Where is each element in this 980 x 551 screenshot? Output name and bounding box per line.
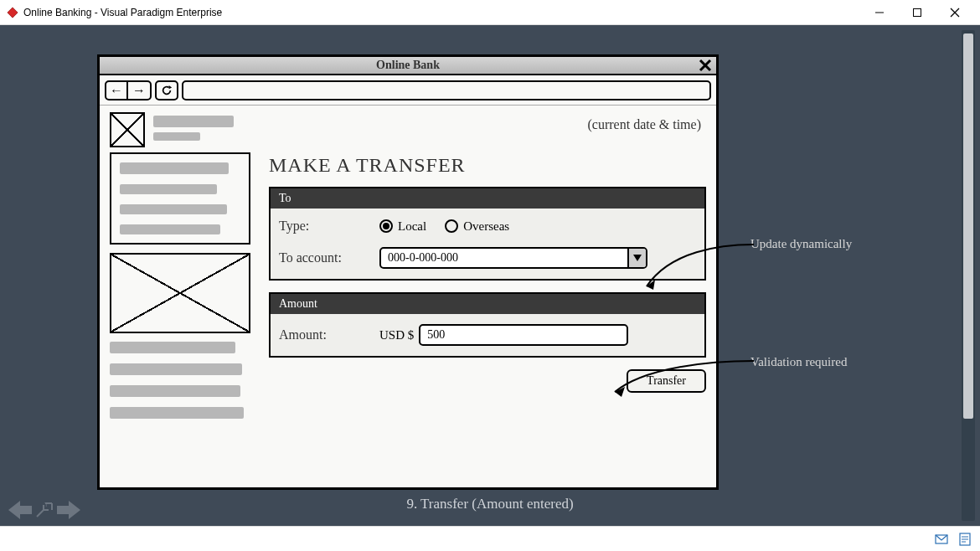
nav-forward-button[interactable]: →: [128, 82, 150, 99]
radio-overseas[interactable]: Overseas: [445, 219, 509, 234]
amount-input[interactable]: 500: [419, 324, 628, 346]
type-label: Type:: [279, 219, 379, 234]
sidebar-menu: [110, 152, 250, 245]
sidebar-image-placeholder: [110, 253, 250, 333]
svg-marker-0: [8, 7, 18, 17]
dropdown-arrow-icon: [627, 249, 646, 267]
radio-local-label: Local: [398, 219, 426, 234]
sidebar-item[interactable]: [120, 224, 220, 234]
app-icon: [7, 7, 18, 18]
sidebar-text-line: [110, 407, 244, 419]
amount-label: Amount:: [279, 327, 379, 342]
wireframe-browser-window: Online Bank ← → (current date & time): [97, 54, 719, 490]
avatar-placeholder: [110, 112, 145, 147]
wireframe-close-icon[interactable]: [696, 57, 714, 74]
nav-back-forward: ← →: [105, 80, 152, 100]
annotation-validation: Validation required: [750, 355, 847, 369]
radio-icon: [445, 219, 458, 233]
page-heading: MAKE A TRANSFER: [269, 154, 706, 177]
canvas-scrollbar[interactable]: [962, 30, 975, 521]
slide-caption: 9. Transfer (Amount entered): [0, 496, 980, 512]
svg-marker-11: [8, 501, 32, 519]
next-slide-button[interactable]: [57, 501, 80, 519]
amount-value: 500: [427, 328, 445, 342]
main-content: MAKE A TRANSFER To Type: Local: [269, 152, 706, 419]
user-subtext-placeholder: [153, 132, 200, 141]
report-icon[interactable]: [958, 533, 972, 546]
wireframe-toolbar: ← →: [100, 75, 716, 106]
prev-slide-button[interactable]: [8, 501, 32, 519]
url-bar[interactable]: [182, 80, 711, 100]
annotation-update: Update dynamically: [750, 237, 852, 251]
mail-icon[interactable]: [935, 533, 948, 546]
app-title: Online Banking - Visual Paradigm Enterpr…: [23, 7, 860, 18]
transfer-button[interactable]: Transfer: [627, 369, 706, 393]
wireframe-titlebar: Online Bank: [100, 57, 716, 75]
design-canvas[interactable]: Online Bank ← → (current date & time): [0, 25, 980, 526]
username-placeholder: [153, 116, 234, 127]
currency-label: USD $: [379, 328, 414, 342]
radio-icon: [379, 219, 393, 233]
sidebar-item[interactable]: [120, 162, 229, 174]
window-close-button[interactable]: [936, 1, 973, 24]
window-minimize-button[interactable]: [860, 1, 898, 24]
svg-marker-8: [633, 255, 642, 261]
panel-to: To Type: Local Overseas: [269, 187, 706, 281]
sidebar-text-line: [110, 363, 242, 375]
svg-marker-7: [169, 85, 173, 88]
sidebar-item[interactable]: [120, 204, 227, 214]
nav-reload-button[interactable]: [155, 80, 178, 100]
scrollbar-thumb[interactable]: [963, 33, 973, 419]
panel-amount: Amount Amount: USD $ 500: [269, 292, 706, 358]
radio-overseas-label: Overseas: [463, 219, 509, 234]
sidebar-item[interactable]: [120, 184, 217, 194]
sidebar: [110, 152, 250, 419]
radio-local[interactable]: Local: [379, 219, 426, 234]
sidebar-text-line: [110, 342, 235, 353]
expand-slide-button[interactable]: T: [35, 502, 54, 518]
app-titlebar: Online Banking - Visual Paradigm Enterpr…: [0, 0, 980, 25]
datetime-placeholder: (current date & time): [588, 117, 702, 132]
panel-to-header: To: [271, 188, 704, 209]
svg-rect-2: [913, 8, 921, 16]
sidebar-text-block: [110, 342, 250, 419]
svg-text:T: T: [44, 502, 49, 507]
wireframe-title: Online Bank: [376, 59, 440, 72]
to-account-value: 000-0-000-000: [381, 251, 627, 265]
panel-amount-header: Amount: [271, 294, 704, 314]
to-account-select[interactable]: 000-0-000-000: [379, 247, 647, 269]
to-account-label: To account:: [279, 250, 379, 265]
window-maximize-button[interactable]: [898, 1, 936, 24]
nav-back-button[interactable]: ←: [106, 82, 128, 99]
status-bar: [0, 526, 980, 551]
slide-nav: T: [8, 501, 80, 519]
svg-marker-13: [57, 501, 80, 519]
sidebar-text-line: [110, 385, 240, 397]
